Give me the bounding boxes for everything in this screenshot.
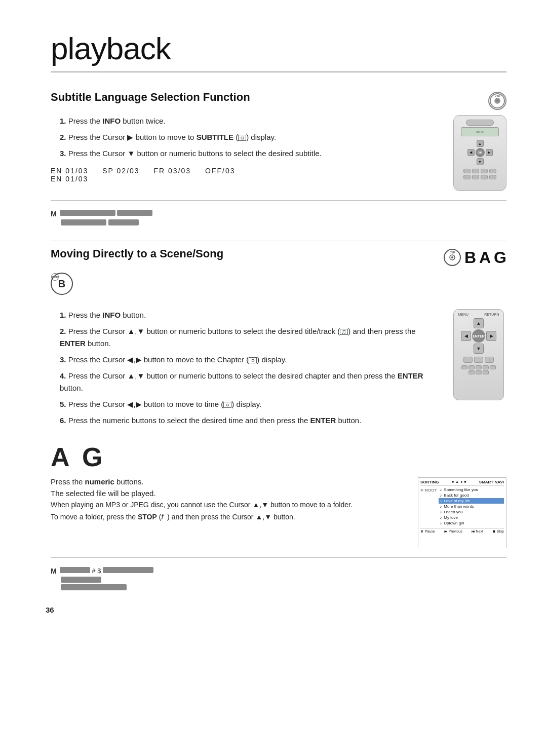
footer-pause: ⏸ Pause	[420, 530, 435, 533]
nav-btn-1	[463, 357, 473, 363]
remote-btn-4	[489, 169, 496, 173]
nav-up[interactable]: ▲	[474, 318, 484, 328]
redacted-b2	[103, 567, 153, 573]
footer-stop: ⏹ Stop	[492, 530, 504, 533]
nav-extra-btns: i	[463, 357, 494, 363]
remote-top-button	[466, 120, 494, 126]
nb5	[490, 365, 496, 369]
ag-text-content: Press the numeric buttons. The selected …	[51, 477, 403, 548]
nav-bottom-btns	[458, 365, 499, 374]
remote-btn-1	[463, 169, 471, 173]
ag-line-1: Press the numeric buttons.	[51, 477, 403, 486]
move-step-6: 6. Press the numeric buttons to select t…	[60, 414, 438, 427]
title-icon: 🎵	[340, 329, 348, 335]
svg-point-2	[496, 100, 498, 102]
svg-point-1	[495, 98, 500, 103]
section-ag: A G Press the numeric buttons. The selec…	[51, 442, 506, 595]
remote-btn-3	[481, 169, 488, 173]
nav-enter[interactable]: ENTER	[472, 329, 485, 343]
remote-nav-outer: MENU RETURN ▲ ▼ ◀ ▶ ENTER	[453, 309, 506, 400]
redacted-text-1	[60, 210, 115, 216]
nav-right[interactable]: ▶	[486, 331, 496, 341]
section-subtitle-title: Subtitle Language Selection Function	[51, 91, 250, 104]
nb7	[476, 370, 482, 374]
remote-dpad: ▲ ▼ ◀ ▶ OK	[467, 140, 493, 165]
divider-2	[51, 557, 506, 558]
step-3: 3. Press the Cursor ▼ button or numeric …	[60, 147, 438, 160]
b-icon-row: DVD B	[51, 273, 506, 303]
playlist-footer: ⏸ Pause ⏮ Previous ⏭ Next ⏹ Stop	[420, 528, 504, 533]
bag-icons-right: DVD B A G	[443, 248, 506, 267]
playlist-item-4: ♪ More than words	[439, 504, 504, 509]
redacted-text-4	[108, 219, 139, 225]
playlist-item-5: ♪ I need you	[439, 509, 504, 515]
remote-screen: INFO	[461, 127, 498, 136]
nav-dpad: ▲ ▼ ◀ ▶ ENTER	[461, 318, 496, 354]
ag-letters: A G	[51, 442, 506, 472]
time-icon: ⊙	[223, 402, 231, 408]
dpad-up: ▲	[477, 140, 484, 147]
remote-btn-7	[481, 175, 488, 179]
menu-return-row: MENU RETURN	[458, 313, 499, 316]
nb4	[483, 365, 489, 369]
playlist-screen-container: SORTING ■ ▲ ● ■ SMART NAVI ⊳ ROOT	[418, 477, 506, 548]
memo-line-b3	[61, 584, 506, 590]
svg-text:DVD: DVD	[495, 94, 500, 97]
ag-line-4: To move a folder, press the STOP (f ) an…	[51, 513, 403, 521]
section-moving-title: Moving Directly to a Scene/Song	[51, 247, 223, 260]
nav-btn-2	[474, 357, 483, 363]
dpad-left: ◀	[467, 149, 475, 156]
page-content: playback Subtitle Language Selection Fun…	[0, 0, 547, 634]
b-circle-icon: DVD B	[51, 273, 73, 295]
dvd-bag-group: DVD	[443, 248, 461, 267]
chapter-icon: ⚙	[249, 357, 257, 363]
playlist-header: SORTING ■ ▲ ● ■ SMART NAVI	[420, 480, 504, 486]
sort-icons: ■ ▲ ● ■	[452, 480, 466, 484]
smart-navi-label: SMART NAVI	[479, 480, 504, 484]
redacted-b1	[60, 567, 90, 573]
remote-btn-row-1	[463, 169, 496, 173]
remote-btn-row-2	[463, 175, 496, 179]
nav-left[interactable]: ◀	[461, 331, 471, 341]
memo-line-b1: M # $	[51, 567, 506, 575]
moving-content: 1. Press the INFO button. 2. Press the C…	[51, 309, 506, 432]
menu-label: MENU	[458, 313, 469, 316]
svg-point-6	[451, 256, 453, 258]
dvd-badge-subtitle: DVD	[488, 92, 506, 110]
nb1	[461, 365, 467, 369]
dpad-right: ▶	[486, 149, 493, 156]
playlist-items: ♪ Something like you ♪ Back for good ♪ L…	[439, 487, 504, 526]
footer-next: ⏭ Next	[472, 530, 483, 533]
redacted-text-3	[61, 219, 106, 225]
return-label: RETURN	[484, 313, 499, 316]
remote-nav-drawing: MENU RETURN ▲ ▼ ◀ ▶ ENTER	[453, 309, 504, 400]
remote-btn-5	[463, 175, 471, 179]
nb2	[468, 365, 475, 369]
nb8	[483, 370, 489, 374]
dvd-small-tag: DVD	[51, 273, 59, 281]
nav-down[interactable]: ▼	[474, 344, 484, 354]
playlist-item-2: ♪ Back for good	[439, 493, 504, 498]
playlist-body: ⊳ ROOT ♪ Something like you ♪ Back for g…	[420, 487, 504, 526]
nb3	[476, 365, 482, 369]
subtitle-icon: ⊟	[238, 135, 246, 141]
section-subtitle-header-row: Subtitle Language Selection Function DVD	[51, 91, 506, 111]
redacted-b3	[61, 577, 101, 583]
dpad-center: OK	[476, 148, 485, 157]
footer-prev: ⏮ Previous	[444, 530, 462, 533]
memo-line-1: M	[51, 210, 506, 218]
nav-btn-info: i	[485, 357, 494, 363]
remote-btn-2	[472, 169, 479, 173]
subtitle-steps-content: 1. Press the INFO button twice. 2. Press…	[51, 115, 438, 191]
root-label: ⊳ ROOT	[420, 487, 437, 526]
nb6	[468, 370, 475, 374]
ag-line-3: When playing an MP3 or JPEG disc, you ca…	[51, 501, 403, 509]
step-1: 1. Press the INFO button twice.	[60, 115, 438, 127]
move-step-3: 3. Press the Cursor ◀,▶ button to move t…	[60, 354, 438, 366]
page-number: 36	[46, 606, 54, 614]
move-step-1: 1. Press the INFO button.	[60, 309, 438, 321]
move-step-5: 5. Press the Cursor ◀,▶ button to move t…	[60, 398, 438, 410]
move-step-4: 4. Press the Cursor ▲,▼ button or numeri…	[60, 370, 438, 394]
dpad-down: ▼	[477, 158, 484, 165]
memo-line-2	[61, 219, 506, 227]
